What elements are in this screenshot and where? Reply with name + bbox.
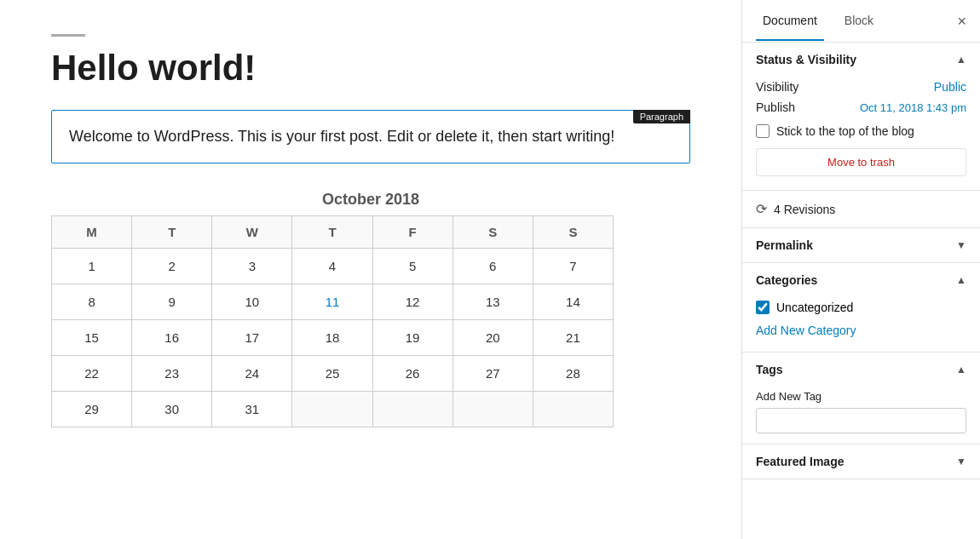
calendar-title: October 2018	[51, 184, 690, 215]
move-to-trash-button[interactable]: Move to trash	[756, 148, 966, 176]
categories-content: Uncategorized Add New Category	[742, 297, 980, 352]
calendar-row: 1234567	[52, 249, 614, 284]
cal-header-t2: T	[292, 216, 372, 249]
status-visibility-content: Visibility Public Publish Oct 11, 2018 1…	[742, 77, 980, 190]
calendar-cell: 8	[52, 284, 132, 320]
calendar-cell: 12	[372, 284, 453, 320]
cal-header-w: W	[212, 216, 292, 249]
featured-image-header[interactable]: Featured Image ▼	[742, 444, 980, 479]
tab-document[interactable]: Document	[756, 2, 824, 41]
visibility-value[interactable]: Public	[934, 80, 966, 94]
publish-date[interactable]: Oct 11, 2018 1:43 pm	[860, 101, 966, 114]
cal-header-t1: T	[132, 216, 212, 249]
calendar-cell: 18	[292, 320, 372, 356]
permalink-header[interactable]: Permalink ▼	[742, 228, 980, 262]
calendar-cell: 16	[132, 320, 212, 356]
calendar-cell	[292, 392, 372, 427]
calendar-cell: 30	[132, 392, 212, 427]
cal-header-m: M	[52, 216, 132, 249]
calendar-cell: 28	[533, 356, 613, 392]
calendar-cell: 1	[52, 249, 132, 284]
status-visibility-section: Status & Visibility ▲ Visibility Public …	[742, 43, 980, 191]
calendar-cell: 22	[52, 356, 132, 392]
publish-label: Publish	[756, 100, 795, 114]
cal-header-s2: S	[533, 216, 613, 249]
calendar-row: 22232425262728	[52, 356, 614, 392]
visibility-label: Visibility	[756, 80, 798, 94]
calendar-cell: 20	[453, 320, 533, 356]
calendar-cell: 3	[212, 249, 292, 284]
publish-row: Publish Oct 11, 2018 1:43 pm	[756, 100, 966, 114]
cal-header-f: F	[372, 216, 453, 249]
status-visibility-chevron-icon: ▲	[956, 54, 966, 66]
title-separator	[51, 34, 85, 37]
tags-chevron-icon: ▲	[956, 364, 966, 376]
revisions-icon: ⟳	[756, 201, 767, 217]
calendar-cell: 17	[212, 320, 292, 356]
editor-area: Hello world! Paragraph Welcome to WordPr…	[0, 0, 741, 539]
calendar-cell	[533, 392, 613, 427]
calendar-cell: 29	[52, 392, 132, 427]
calendar-row: 891011121314	[52, 284, 614, 320]
tags-header[interactable]: Tags ▲	[742, 353, 980, 387]
block-content[interactable]: Welcome to WordPress. This is your first…	[69, 124, 672, 149]
category-item-uncategorized: Uncategorized	[756, 301, 966, 314]
categories-chevron-icon: ▲	[956, 274, 966, 286]
post-title[interactable]: Hello world!	[51, 47, 690, 89]
calendar-cell: 31	[212, 392, 292, 427]
permalink-chevron-icon: ▼	[956, 239, 966, 251]
tags-input-label: Add New Tag	[756, 390, 966, 403]
calendar-cell: 19	[372, 320, 453, 356]
category-checkbox-uncategorized[interactable]	[756, 301, 770, 314]
calendar-cell: 15	[52, 320, 132, 356]
calendar-cell	[372, 392, 453, 427]
calendar-cell: 21	[533, 320, 613, 356]
paragraph-block[interactable]: Paragraph Welcome to WordPress. This is …	[51, 110, 690, 163]
calendar-row: 15161718192021	[52, 320, 614, 356]
tags-input[interactable]	[756, 408, 966, 433]
calendar-cell: 2	[132, 249, 212, 284]
calendar-cell: 4	[292, 249, 372, 284]
categories-header[interactable]: Categories ▲	[742, 263, 980, 297]
calendar-cell: 14	[533, 284, 613, 320]
block-type-label: Paragraph	[633, 110, 690, 123]
calendar-cell: 23	[132, 356, 212, 392]
featured-image-section: Featured Image ▼	[742, 444, 980, 479]
add-new-category-link[interactable]: Add New Category	[756, 324, 856, 337]
revisions-row[interactable]: ⟳ 4 Revisions	[742, 191, 980, 228]
cal-header-s1: S	[453, 216, 533, 249]
calendar-cell: 5	[372, 249, 453, 284]
close-sidebar-button[interactable]: ×	[957, 14, 966, 29]
featured-image-title: Featured Image	[756, 455, 844, 468]
calendar-table: M T W T F S S 12345678910111213141516171…	[51, 215, 614, 427]
calendar-widget: October 2018 M T W T F S S 1234567891011…	[51, 184, 690, 427]
permalink-title: Permalink	[756, 238, 813, 252]
calendar-cell: 24	[212, 356, 292, 392]
status-visibility-header[interactable]: Status & Visibility ▲	[742, 43, 980, 77]
stick-checkbox[interactable]	[756, 124, 770, 138]
category-label-uncategorized: Uncategorized	[776, 301, 853, 314]
categories-section: Categories ▲ Uncategorized Add New Categ…	[742, 263, 980, 353]
categories-title: Categories	[756, 273, 817, 287]
calendar-cell: 7	[533, 249, 613, 284]
calendar-cell: 10	[212, 284, 292, 320]
tab-block[interactable]: Block	[838, 2, 880, 41]
calendar-cell	[453, 392, 533, 427]
calendar-cell: 13	[453, 284, 533, 320]
featured-image-chevron-icon: ▼	[956, 456, 966, 467]
status-visibility-title: Status & Visibility	[756, 53, 856, 66]
calendar-cell: 25	[292, 356, 372, 392]
tags-section: Tags ▲ Add New Tag	[742, 353, 980, 444]
sidebar: Document Block × Status & Visibility ▲ V…	[741, 0, 980, 539]
stick-row: Stick to the top of the blog	[756, 124, 966, 138]
calendar-cell: 26	[372, 356, 453, 392]
calendar-day-link[interactable]: 11	[326, 295, 340, 309]
tags-content: Add New Tag	[742, 387, 980, 444]
stick-label: Stick to the top of the blog	[776, 124, 914, 138]
calendar-cell: 6	[453, 249, 533, 284]
calendar-cell: 11	[292, 284, 372, 320]
sidebar-tabs: Document Block ×	[742, 0, 980, 43]
calendar-cell: 9	[132, 284, 212, 320]
calendar-header-row: M T W T F S S	[52, 216, 614, 249]
visibility-row: Visibility Public	[756, 80, 966, 94]
